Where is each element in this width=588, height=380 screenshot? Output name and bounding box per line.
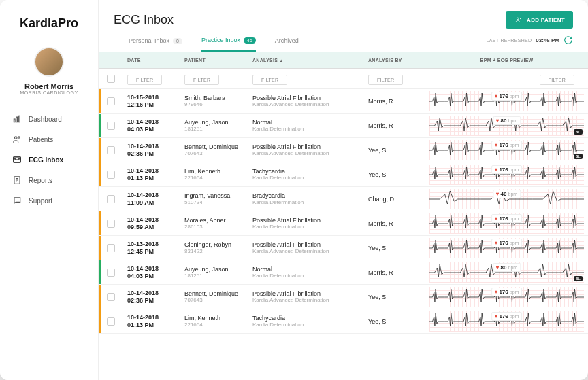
row-analysis-sub: Kardia Determination (252, 175, 360, 181)
heart-icon: ♥ (495, 215, 498, 222)
filter-date-button[interactable]: FILTER (127, 75, 162, 85)
sidebar-item-reports[interactable]: Reports (5, 170, 93, 190)
row-analysis: Possible Atrial Fibrillation (252, 94, 360, 102)
row-accent (99, 260, 101, 284)
row-patient-id: 221664 (184, 322, 244, 328)
table-row[interactable]: 10-15-201812:16 PMSmith, Barbara979646Po… (99, 89, 588, 114)
row-analysis-sub: Kardia Advanced Determination (252, 297, 360, 303)
table-row[interactable]: 10-14-201809:59 AMMorales, Abner286103Po… (99, 211, 588, 236)
refresh-icon[interactable] (564, 35, 573, 45)
row-checkbox[interactable] (107, 293, 115, 301)
tab-personal-inbox[interactable]: Personal Inbox0 (129, 37, 182, 52)
tab-archived[interactable]: Archived (275, 37, 299, 52)
ecg-preview: ♥176 bpm (425, 89, 588, 113)
ecg-preview: ♥176 bpm (425, 285, 588, 309)
header: ECG Inbox ADD PATIENT (99, 0, 588, 29)
row-patient-name: Cloninger, Robyn (184, 241, 244, 249)
table-row[interactable]: 10-14-201801:13 PMLim, Kenneth221664Tach… (99, 309, 588, 334)
heart-icon: ♥ (496, 191, 500, 197)
table-row[interactable]: 10-14-201802:36 PMBennett, Dominique7076… (99, 138, 588, 162)
col-analysis[interactable]: ANALYSIS▲ (248, 58, 364, 63)
bpm-value: 80 (501, 264, 507, 271)
row-patient-name: Bennett, Dominique (184, 290, 244, 298)
row-checkbox[interactable] (107, 97, 115, 105)
bpm-value: 176 (499, 240, 508, 246)
heart-icon: ♥ (495, 142, 498, 148)
row-patient-name: Smith, Barbara (184, 94, 244, 102)
heart-icon: ♥ (496, 264, 500, 271)
bpm-value: 176 (499, 313, 508, 319)
tab-label: Archived (275, 37, 299, 44)
add-patient-button[interactable]: ADD PATIENT (506, 11, 573, 29)
add-patient-label: ADD PATIENT (527, 17, 565, 23)
tabs: Personal Inbox0Practice Inbox45Archived (114, 29, 487, 52)
row-analysis: Possible Atrial Fibrillation (252, 290, 360, 298)
tab-badge: 0 (173, 38, 182, 44)
user-org: MORRIS CARDIOLOGY (20, 90, 78, 95)
ecg-waveform: ♥176 bpm (429, 213, 584, 234)
table-row[interactable]: 10-14-201811:09 AMIngram, Vanessa510734B… (99, 187, 588, 211)
sidebar: KardiaPro Robert Morris MORRIS CARDIOLOG… (0, 0, 99, 380)
ecg-waveform: ♥176 bpm6L (429, 140, 584, 160)
col-bpm[interactable]: BPM + ECG PREVIEW (425, 58, 588, 63)
svg-rect-0 (14, 119, 15, 122)
ecg-preview: ♥176 bpm6L (425, 138, 588, 162)
row-patient-id: 181251 (184, 273, 244, 279)
bpm-value: 176 (499, 93, 508, 99)
row-accent (99, 285, 101, 309)
table-header: DATE PATIENT ANALYSIS▲ ANALYSIS BY BPM +… (99, 52, 588, 69)
sidebar-item-ecg-inbox[interactable]: ECG Inbox (5, 150, 93, 170)
row-checkbox[interactable] (107, 171, 115, 179)
page-title: ECG Inbox (114, 13, 174, 27)
row-analyst: Yee, S (368, 245, 421, 252)
col-patient[interactable]: PATIENT (180, 58, 248, 63)
row-checkbox[interactable] (107, 269, 115, 277)
heart-icon: ♥ (495, 93, 498, 99)
nav-label: Reports (29, 177, 52, 184)
nav-label: ECG Inbox (29, 156, 63, 164)
row-date: 10-14-2018 (127, 216, 176, 224)
tab-practice-inbox[interactable]: Practice Inbox45 (201, 37, 256, 52)
col-date[interactable]: DATE (123, 58, 180, 63)
row-analysis: Possible Atrial Fibrillation (252, 143, 360, 151)
row-accent (99, 138, 101, 162)
row-date: 10-14-2018 (127, 314, 176, 322)
row-checkbox[interactable] (107, 146, 115, 154)
table-row[interactable]: 10-14-201802:36 PMBennett, Dominique7076… (99, 285, 588, 309)
user-name: Robert Morris (24, 82, 74, 90)
sidebar-item-patients[interactable]: Patients (5, 129, 93, 150)
table-row[interactable]: 10-14-201804:03 PMAuyeung, Jason181251No… (99, 114, 588, 138)
row-checkbox[interactable] (107, 122, 115, 130)
row-analysis: Possible Atrial Fibrillation (252, 241, 360, 249)
bpm-value: 176 (499, 167, 508, 173)
row-analysis: Normal (252, 266, 360, 273)
six-lead-badge: 6L (574, 154, 583, 159)
heart-icon: ♥ (495, 313, 498, 319)
row-patient-id: 707643 (184, 150, 244, 156)
table-row[interactable]: 10-14-201804:03 PMAuyeung, Jason181251No… (99, 260, 588, 285)
sidebar-item-dashboard[interactable]: Dashboard (5, 109, 93, 129)
nav-label: Dashboard (29, 116, 62, 123)
row-time: 01:13 PM (127, 322, 176, 328)
select-all-checkbox[interactable] (107, 75, 115, 83)
row-checkbox[interactable] (107, 244, 115, 252)
filter-bpm-button[interactable]: FILTER (540, 75, 574, 85)
table-row[interactable]: 10-14-201801:13 PMLim, Kenneth221664Tach… (99, 162, 588, 187)
bpm-badge: ♥176 bpm (491, 288, 523, 296)
table-row[interactable]: 10-13-201812:45 PMCloninger, Robyn831422… (99, 236, 588, 260)
support-icon (12, 196, 22, 205)
ecg-preview: ♥176 bpm (425, 211, 588, 235)
col-by[interactable]: ANALYSIS BY (364, 58, 425, 63)
filter-by-button[interactable]: FILTER (368, 75, 403, 85)
heart-icon: ♥ (495, 240, 498, 246)
filter-analysis-button[interactable]: FILTER (252, 75, 287, 85)
avatar[interactable] (34, 47, 64, 77)
row-checkbox[interactable] (107, 220, 115, 228)
row-analyst: Yee, S (368, 147, 421, 154)
row-date: 10-14-2018 (127, 167, 176, 175)
sidebar-item-support[interactable]: Support (5, 190, 93, 211)
filter-patient-button[interactable]: FILTER (184, 75, 219, 85)
row-checkbox[interactable] (107, 195, 115, 203)
row-analyst: Morris, R (368, 122, 421, 129)
row-checkbox[interactable] (107, 317, 115, 326)
